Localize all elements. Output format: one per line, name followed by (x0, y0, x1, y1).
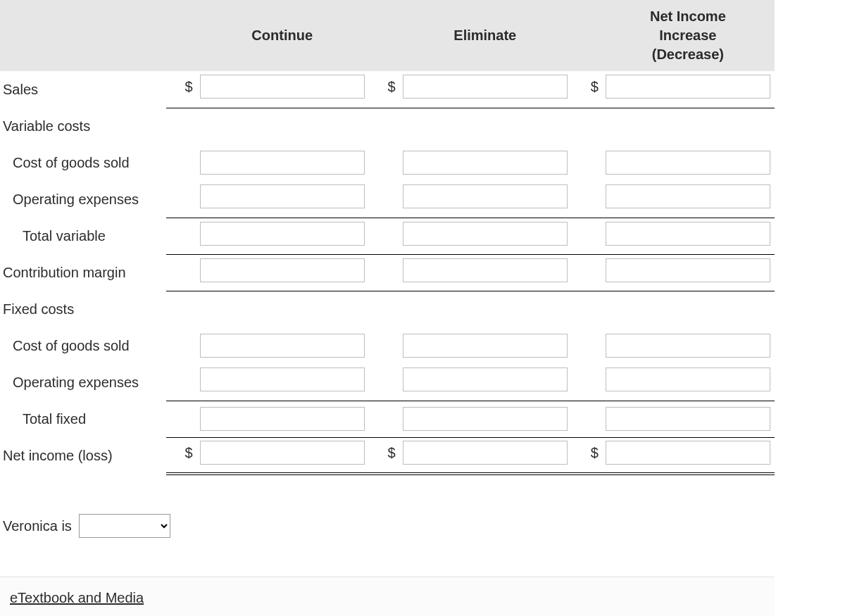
row-label: Operating expenses (0, 181, 166, 218)
row-label: Variable costs (0, 108, 166, 144)
currency-symbol (166, 327, 196, 364)
veronica-label: Veronica is (3, 518, 72, 534)
row-vc-opex: Operating expenses (0, 181, 775, 218)
currency-symbol (369, 254, 399, 291)
row-label: Cost of goods sold (0, 144, 166, 181)
currency-symbol: $ (369, 437, 399, 474)
input-fc-total-col1[interactable] (403, 407, 568, 431)
row-contribution-margin: Contribution margin (0, 254, 775, 291)
input-vc-opex-col1[interactable] (403, 184, 568, 208)
currency-symbol (572, 401, 601, 437)
row-label: Total fixed (0, 401, 166, 437)
currency-symbol (166, 181, 196, 218)
etextbook-bar: eTextbook and Media (0, 577, 775, 616)
input-net-income-col1[interactable] (403, 441, 568, 465)
currency-symbol (572, 181, 601, 218)
currency-symbol (166, 401, 196, 437)
input-fc-opex-col0[interactable] (200, 367, 365, 391)
row-fc-total: Total fixed (0, 401, 775, 437)
row-label: Operating expenses (0, 364, 166, 401)
currency-symbol (369, 327, 399, 364)
currency-symbol (572, 364, 601, 401)
input-fc-opex-col2[interactable] (606, 367, 770, 391)
input-vc-opex-col0[interactable] (200, 184, 365, 208)
currency-symbol (369, 181, 399, 218)
input-sales-col0[interactable] (200, 75, 365, 99)
row-fixed-costs-hdr: Fixed costs (0, 291, 775, 327)
row-sales: Sales$$$ (0, 71, 775, 108)
currency-symbol (369, 364, 399, 401)
row-label: Sales (0, 71, 166, 108)
input-contribution-margin-col1[interactable] (403, 258, 568, 282)
input-fc-cogs-col1[interactable] (403, 334, 568, 358)
input-contribution-margin-col0[interactable] (200, 258, 365, 282)
row-vc-cogs: Cost of goods sold (0, 144, 775, 181)
currency-symbol (572, 218, 601, 254)
input-fc-cogs-col0[interactable] (200, 334, 365, 358)
currency-symbol (166, 254, 196, 291)
currency-symbol: $ (572, 437, 601, 474)
currency-symbol (572, 327, 601, 364)
row-label: Net income (loss) (0, 437, 166, 474)
input-sales-col1[interactable] (403, 75, 568, 99)
col-header-continue: Continue (196, 0, 369, 71)
veronica-select[interactable] (79, 514, 170, 538)
row-label: Total variable (0, 218, 166, 254)
input-fc-total-col2[interactable] (606, 407, 770, 431)
row-fc-opex: Operating expenses (0, 364, 775, 401)
input-vc-total-col1[interactable] (403, 222, 568, 246)
input-vc-opex-col2[interactable] (606, 184, 770, 208)
currency-symbol (369, 401, 399, 437)
currency-symbol (572, 144, 601, 181)
input-vc-cogs-col1[interactable] (403, 151, 568, 175)
currency-symbol: $ (369, 71, 399, 108)
input-net-income-col2[interactable] (606, 441, 770, 465)
veronica-row: Veronica is (0, 514, 775, 538)
currency-symbol (166, 218, 196, 254)
input-contribution-margin-col2[interactable] (606, 258, 770, 282)
input-vc-total-col0[interactable] (200, 222, 365, 246)
currency-symbol (572, 291, 601, 327)
table-header-row: Continue Eliminate Net IncomeIncrease(De… (0, 0, 775, 71)
currency-symbol (369, 291, 399, 327)
input-fc-total-col0[interactable] (200, 407, 365, 431)
currency-symbol (369, 144, 399, 181)
input-net-income-col0[interactable] (200, 441, 365, 465)
currency-symbol (369, 218, 399, 254)
incremental-analysis-table: Continue Eliminate Net IncomeIncrease(De… (0, 0, 775, 475)
row-variable-costs-hdr: Variable costs (0, 108, 775, 144)
input-sales-col2[interactable] (606, 75, 770, 99)
row-net-income: Net income (loss)$$$ (0, 437, 775, 474)
row-label: Fixed costs (0, 291, 166, 327)
currency-symbol (166, 108, 196, 144)
currency-symbol: $ (166, 71, 196, 108)
input-fc-cogs-col2[interactable] (606, 334, 770, 358)
currency-symbol (166, 291, 196, 327)
row-fc-cogs: Cost of goods sold (0, 327, 775, 364)
row-label: Contribution margin (0, 254, 166, 291)
currency-symbol: $ (572, 71, 601, 108)
currency-symbol (572, 108, 601, 144)
input-vc-cogs-col0[interactable] (200, 151, 365, 175)
row-label: Cost of goods sold (0, 327, 166, 364)
input-fc-opex-col1[interactable] (403, 367, 568, 391)
currency-symbol (572, 254, 601, 291)
currency-symbol (369, 108, 399, 144)
col-header-eliminate: Eliminate (399, 0, 572, 71)
row-vc-total: Total variable (0, 218, 775, 254)
col-header-netincome: Net IncomeIncrease(Decrease) (601, 0, 775, 71)
currency-symbol (166, 364, 196, 401)
currency-symbol: $ (166, 437, 196, 474)
etextbook-link[interactable]: eTextbook and Media (10, 590, 144, 605)
input-vc-total-col2[interactable] (606, 222, 770, 246)
input-vc-cogs-col2[interactable] (606, 151, 770, 175)
currency-symbol (166, 144, 196, 181)
